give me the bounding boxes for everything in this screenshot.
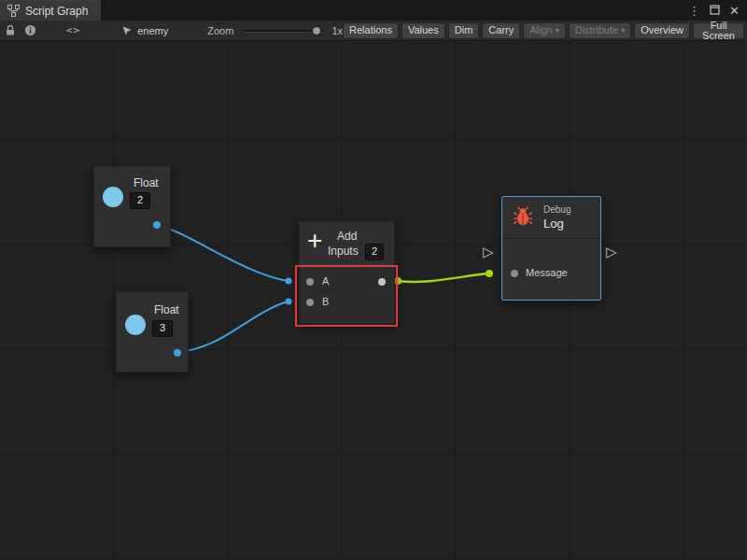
tab-title: Script Graph [25, 5, 88, 18]
zoom-slider[interactable] [243, 24, 324, 37]
tab-script-graph[interactable]: Script Graph [0, 0, 101, 21]
align-label: Align [529, 25, 552, 35]
message-input-port[interactable] [511, 270, 518, 277]
float-value-field[interactable]: 3 [152, 320, 173, 337]
wire-endpoint [486, 270, 493, 277]
relations-button[interactable]: Relations [343, 22, 399, 39]
node-title: Float [154, 304, 179, 315]
script-graph-asset-icon [121, 25, 133, 36]
zoom-value: 1x [331, 25, 343, 36]
window-titlebar: Script Graph ⋮ ✕ [0, 0, 747, 21]
align-button: Align ▾ [523, 22, 565, 39]
float-type-icon [103, 187, 123, 207]
node-float-a[interactable]: Float 2 [93, 166, 171, 247]
distribute-label: Distribute [575, 25, 618, 35]
overview-button[interactable]: Overview [634, 22, 690, 39]
add-ports-section: A B [300, 266, 394, 324]
add-output-port[interactable] [378, 278, 386, 286]
node-debug-log[interactable]: Debug Log Message [501, 196, 601, 301]
add-node-header: + Add Inputs 2 [300, 222, 394, 266]
toolbar-button-group: Relations Values Dim Carry Align ▾ Distr… [343, 22, 744, 39]
port-label-b: B [322, 297, 329, 307]
node-add[interactable]: + Add Inputs 2 A B [299, 221, 395, 324]
graph-asset-ref[interactable]: enemy [121, 25, 168, 36]
lock-icon[interactable] [5, 24, 16, 36]
wire-endpoint [286, 278, 292, 285]
graph-canvas[interactable]: Float 2 Float 3 + Add Inputs 2 A B [0, 41, 747, 560]
close-icon[interactable]: ✕ [729, 5, 740, 17]
zoom-slider-knob[interactable] [312, 26, 321, 35]
wire-float-a-to-add[interactable] [157, 225, 288, 281]
float-value-field[interactable]: 2 [130, 192, 150, 209]
info-icon[interactable] [24, 24, 36, 36]
flow-output-triangle[interactable]: ▷ [606, 245, 617, 259]
dim-button[interactable]: Dim [448, 22, 480, 39]
caret-down-icon: ▾ [621, 27, 625, 35]
unity-graph-window: Script Graph ⋮ ✕ [0, 0, 747, 560]
titlebar-controls: ⋮ ✕ [688, 0, 747, 21]
float-output-port[interactable] [174, 349, 181, 357]
values-button[interactable]: Values [402, 22, 445, 39]
float-output-port[interactable] [153, 221, 161, 229]
graph-name-label: enemy [137, 25, 168, 36]
node-float-b[interactable]: Float 3 [116, 291, 189, 372]
carry-button[interactable]: Carry [482, 22, 520, 39]
wire-endpoint [394, 277, 402, 285]
message-port-label: Message [526, 268, 568, 278]
zoom-label: Zoom [207, 25, 233, 36]
distribute-button: Distribute ▾ [569, 22, 631, 39]
float-type-icon [125, 315, 146, 335]
node-title: Add [337, 231, 357, 242]
flow-input-triangle[interactable]: ▷ [483, 245, 494, 259]
graph-toolbar: <> enemy Zoom 1x Relations Values Dim Ca… [0, 21, 747, 41]
node-title: Float [134, 177, 159, 189]
wire-endpoint [286, 299, 292, 305]
node-subtitle: Inputs [328, 245, 359, 257]
wire-add-to-debug[interactable] [398, 273, 488, 282]
caret-down-icon: ▾ [556, 27, 559, 35]
node-category: Debug [543, 205, 571, 215]
node-divider [502, 238, 600, 239]
fullscreen-button[interactable]: Full Screen [693, 22, 744, 39]
bug-icon [513, 206, 533, 229]
input-port-b[interactable] [306, 299, 314, 306]
maximize-icon[interactable] [710, 5, 720, 17]
wire-float-b-to-add[interactable] [177, 301, 288, 352]
port-label-a: A [322, 276, 329, 287]
input-port-a[interactable] [306, 278, 314, 286]
code-icon[interactable]: <> [66, 25, 80, 35]
plus-icon: + [307, 228, 322, 254]
node-title: Log [543, 217, 564, 230]
kebab-menu-icon[interactable]: ⋮ [688, 5, 700, 17]
script-graph-icon [7, 5, 20, 17]
inputs-count-field[interactable]: 2 [365, 244, 384, 260]
